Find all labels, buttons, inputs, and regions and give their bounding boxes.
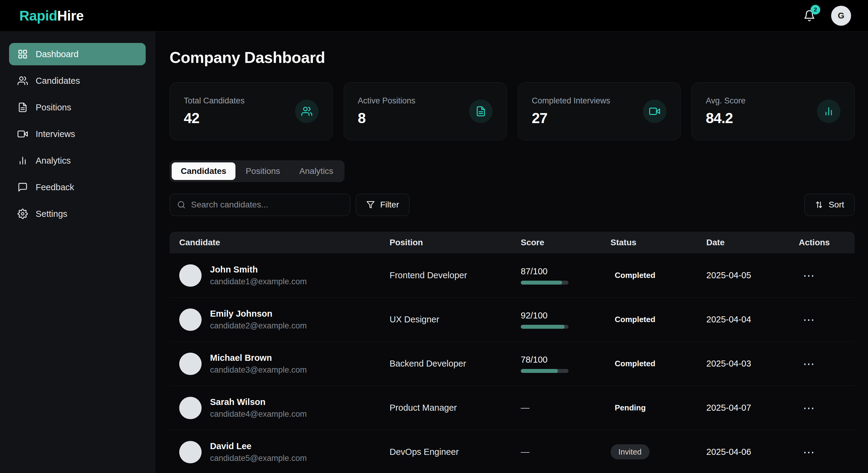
table-row[interactable]: Michael Brown candidate3@example.com Bac… xyxy=(169,342,855,386)
candidate-name: Emily Johnson xyxy=(210,309,307,319)
filter-icon xyxy=(366,201,375,209)
filter-button[interactable]: Filter xyxy=(356,194,409,216)
row-actions-button[interactable]: ⋯ xyxy=(799,446,814,458)
score-progress xyxy=(521,280,568,285)
interview-date: 2025-04-04 xyxy=(706,315,799,325)
sidebar-item-dashboard[interactable]: Dashboard xyxy=(9,43,146,65)
video-icon xyxy=(18,129,28,139)
candidate-position: DevOps Engineer xyxy=(390,447,521,457)
score-label: 87/100 xyxy=(521,266,548,276)
interview-date: 2025-04-06 xyxy=(706,447,799,457)
candidate-email: candidate3@example.com xyxy=(210,365,307,375)
stat-label: Total Candidates xyxy=(184,96,245,106)
status-badge: Invited xyxy=(611,444,650,460)
sidebar-item-label: Interviews xyxy=(36,129,75,139)
stat-value: 8 xyxy=(358,110,415,126)
video-icon xyxy=(643,99,666,123)
sidebar-item-label: Feedback xyxy=(36,182,74,193)
sidebar: Dashboard Candidates Positions Interview… xyxy=(0,31,155,473)
score-progress xyxy=(521,369,568,373)
tab-candidates[interactable]: Candidates xyxy=(172,162,236,180)
candidate-name: Sarah Wilson xyxy=(210,397,307,407)
stat-card-completed-interviews: Completed Interviews 27 xyxy=(518,82,681,140)
status-badge: Completed xyxy=(611,271,655,280)
candidate-name: Michael Brown xyxy=(210,353,307,363)
search-icon xyxy=(177,201,186,209)
row-actions-button[interactable]: ⋯ xyxy=(799,270,814,281)
candidates-table: Candidate Position Score Status Date Act… xyxy=(169,232,855,473)
avatar xyxy=(179,441,202,463)
interview-date: 2025-04-03 xyxy=(706,359,799,369)
avatar xyxy=(179,353,202,375)
candidate-position: Backend Developer xyxy=(390,359,521,369)
sidebar-item-positions[interactable]: Positions xyxy=(9,96,146,119)
stat-card-avg-score: Avg. Score 84.2 xyxy=(691,82,855,140)
candidate-position: UX Designer xyxy=(390,315,521,325)
sidebar-item-label: Settings xyxy=(36,209,67,219)
stat-cards: Total Candidates 42 Active Positions 8 xyxy=(169,82,855,140)
column-header-status: Status xyxy=(611,238,706,247)
table-row[interactable]: Sarah Wilson candidate4@example.com Prod… xyxy=(169,386,855,430)
row-actions-button[interactable]: ⋯ xyxy=(799,358,814,369)
search-box xyxy=(169,194,350,216)
score-label: 78/100 xyxy=(521,355,548,365)
score-label: — xyxy=(521,447,529,457)
row-actions-button[interactable]: ⋯ xyxy=(799,402,814,414)
notification-badge: 2 xyxy=(811,5,820,14)
toolbar: Filter Sort xyxy=(169,194,855,216)
status-badge: Completed xyxy=(611,359,655,368)
gear-icon xyxy=(18,209,28,219)
stat-card-active-positions: Active Positions 8 xyxy=(344,82,507,140)
status-badge: Pending xyxy=(611,403,646,412)
users-icon xyxy=(18,76,28,86)
avatar xyxy=(179,397,202,419)
brand-primary: Rapid xyxy=(19,8,57,24)
sidebar-item-feedback[interactable]: Feedback xyxy=(9,176,146,198)
sidebar-item-analytics[interactable]: Analytics xyxy=(9,149,146,172)
stat-value: 42 xyxy=(184,110,245,126)
column-header-candidate: Candidate xyxy=(169,238,390,247)
row-actions-button[interactable]: ⋯ xyxy=(799,314,814,325)
sidebar-item-label: Candidates xyxy=(36,76,80,86)
candidate-email: candidate1@example.com xyxy=(210,277,307,287)
stat-label: Avg. Score xyxy=(706,96,746,106)
stat-label: Completed Interviews xyxy=(532,96,611,106)
users-icon xyxy=(295,99,318,123)
search-input[interactable] xyxy=(190,200,343,210)
notifications-button[interactable]: 2 xyxy=(803,10,815,22)
sort-icon xyxy=(815,201,823,209)
sidebar-item-label: Dashboard xyxy=(36,49,79,59)
sort-button[interactable]: Sort xyxy=(804,194,855,216)
chat-icon xyxy=(18,182,28,193)
candidate-email: candidate2@example.com xyxy=(210,321,307,330)
sort-label: Sort xyxy=(829,200,844,210)
score-label: 92/100 xyxy=(521,311,548,321)
tab-analytics[interactable]: Analytics xyxy=(290,162,342,180)
page-title: Company Dashboard xyxy=(169,49,855,66)
file-icon xyxy=(18,102,28,113)
column-header-date: Date xyxy=(706,238,799,247)
score-progress xyxy=(521,325,568,329)
sidebar-item-interviews[interactable]: Interviews xyxy=(9,123,146,145)
candidate-name: David Lee xyxy=(210,441,307,451)
topbar-actions: 2 G xyxy=(803,6,851,26)
sidebar-item-settings[interactable]: Settings xyxy=(9,203,146,225)
column-header-position: Position xyxy=(390,238,521,247)
column-header-actions: Actions xyxy=(799,238,855,247)
sidebar-item-candidates[interactable]: Candidates xyxy=(9,69,146,92)
interview-date: 2025-04-07 xyxy=(706,403,799,413)
table-row[interactable]: John Smith candidate1@example.com Fronte… xyxy=(169,254,855,298)
filter-label: Filter xyxy=(380,200,399,210)
user-avatar[interactable]: G xyxy=(831,6,851,26)
chart-icon xyxy=(817,99,840,123)
tab-positions[interactable]: Positions xyxy=(237,162,289,180)
chart-icon xyxy=(18,155,28,166)
avatar xyxy=(179,264,202,287)
status-badge: Completed xyxy=(611,315,655,324)
topbar: RapidHire 2 G xyxy=(0,0,868,31)
brand-secondary: Hire xyxy=(57,8,84,24)
table-row[interactable]: David Lee candidate5@example.com DevOps … xyxy=(169,430,855,473)
candidate-email: candidate5@example.com xyxy=(210,454,307,463)
column-header-score: Score xyxy=(521,238,611,247)
table-row[interactable]: Emily Johnson candidate2@example.com UX … xyxy=(169,298,855,342)
